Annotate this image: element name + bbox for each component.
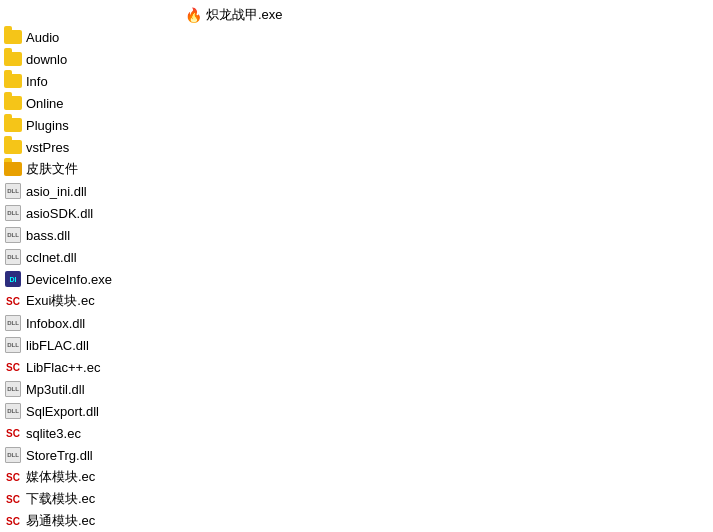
folder-icon — [4, 138, 22, 156]
file-item-vstpres[interactable]: vstPres — [0, 136, 713, 158]
file-item-exui[interactable]: SCExui模块.ec — [0, 290, 713, 312]
ec-icon: SC — [4, 468, 22, 486]
dll-icon: DLL — [4, 204, 22, 222]
ec-icon: SC — [4, 292, 22, 310]
file-item-mp3util[interactable]: DLLMp3util.dll — [0, 378, 713, 400]
file-item-skin[interactable]: 皮肤文件 — [0, 158, 713, 180]
file-item-libflacpp[interactable]: SCLibFlac++.ec — [0, 356, 713, 378]
dll-icon: DLL — [4, 336, 22, 354]
file-item-name: 下载模块.ec — [26, 490, 95, 508]
folder-icon — [4, 116, 22, 134]
folder-icon — [4, 50, 22, 68]
ec-icon: SC — [4, 358, 22, 376]
file-item-name: libFLAC.dll — [26, 338, 89, 353]
folder-icon — [4, 72, 22, 90]
file-item-name: cclnet.dll — [26, 250, 77, 265]
file-item-name: StoreTrg.dll — [26, 448, 93, 463]
dll-icon: DLL — [4, 226, 22, 244]
file-item-downlo[interactable]: downlo — [0, 48, 713, 70]
file-item-name: sqlite3.ec — [26, 426, 81, 441]
file-item-audio[interactable]: Audio — [0, 26, 713, 48]
file-item-name: LibFlac++.ec — [26, 360, 100, 375]
dll-icon: DLL — [4, 402, 22, 420]
file-item-name: Plugins — [26, 118, 69, 133]
file-item-name: DeviceInfo.exe — [26, 272, 112, 287]
file-item-infobox[interactable]: DLLInfobox.dll — [0, 312, 713, 334]
file-item-asio_ini[interactable]: DLLasio_ini.dll — [0, 180, 713, 202]
file-item-name: vstPres — [26, 140, 69, 155]
file-item-online[interactable]: Online — [0, 92, 713, 114]
file-item-cclnet[interactable]: DLLcclnet.dll — [0, 246, 713, 268]
file-item-info[interactable]: Info — [0, 70, 713, 92]
file-item-name: bass.dll — [26, 228, 70, 243]
file-item-bass[interactable]: DLLbass.dll — [0, 224, 713, 246]
file-item-name: 媒体模块.ec — [26, 468, 95, 486]
folder-icon — [4, 94, 22, 112]
file-item-libflac[interactable]: DLLlibFLAC.dll — [0, 334, 713, 356]
file-item-name: Info — [26, 74, 48, 89]
file-item-storetrg[interactable]: DLLStoreTrg.dll — [0, 444, 713, 466]
device-exe-icon: DI — [4, 270, 22, 288]
file-item-plugins[interactable]: Plugins — [0, 114, 713, 136]
file-item-yitong[interactable]: SC易通模块.ec — [0, 510, 713, 532]
file-item-name: 易通模块.ec — [26, 512, 95, 530]
file-item-download[interactable]: SC下载模块.ec — [0, 488, 713, 510]
dll-icon: DLL — [4, 380, 22, 398]
folder-icon — [4, 28, 22, 46]
folder-skin-icon — [4, 160, 22, 178]
file-item-name: Mp3util.dll — [26, 382, 85, 397]
dll-icon: DLL — [4, 446, 22, 464]
dll-icon: DLL — [4, 248, 22, 266]
file-item-name: Audio — [26, 30, 59, 45]
ec-icon: SC — [4, 424, 22, 442]
file-item-name: downlo — [26, 52, 67, 67]
file-item-name: Exui模块.ec — [26, 292, 95, 310]
flame-exe-header-name: 炽龙战甲.exe — [206, 6, 283, 24]
flame-exe-header-icon: 🔥 — [184, 6, 202, 24]
file-item-sqlite3[interactable]: SCsqlite3.ec — [0, 422, 713, 444]
dll-icon: DLL — [4, 314, 22, 332]
ec-icon: SC — [4, 490, 22, 508]
file-item-deviceinfo[interactable]: DIDeviceInfo.exe — [0, 268, 713, 290]
file-item-name: SqlExport.dll — [26, 404, 99, 419]
file-item-name: Online — [26, 96, 64, 111]
file-item-name: asioSDK.dll — [26, 206, 93, 221]
file-item-name: Infobox.dll — [26, 316, 85, 331]
file-item-name: asio_ini.dll — [26, 184, 87, 199]
dll-icon: DLL — [4, 182, 22, 200]
file-item-name: 皮肤文件 — [26, 160, 78, 178]
file-item-asiosdk[interactable]: DLLasioSDK.dll — [0, 202, 713, 224]
file-item-sqlexport[interactable]: DLLSqlExport.dll — [0, 400, 713, 422]
file-list: 🔥 炽龙战甲.exe AudiodownloInfoOnlinePluginsv… — [0, 0, 713, 532]
ec-icon: SC — [4, 512, 22, 530]
file-item-media[interactable]: SC媒体模块.ec — [0, 466, 713, 488]
